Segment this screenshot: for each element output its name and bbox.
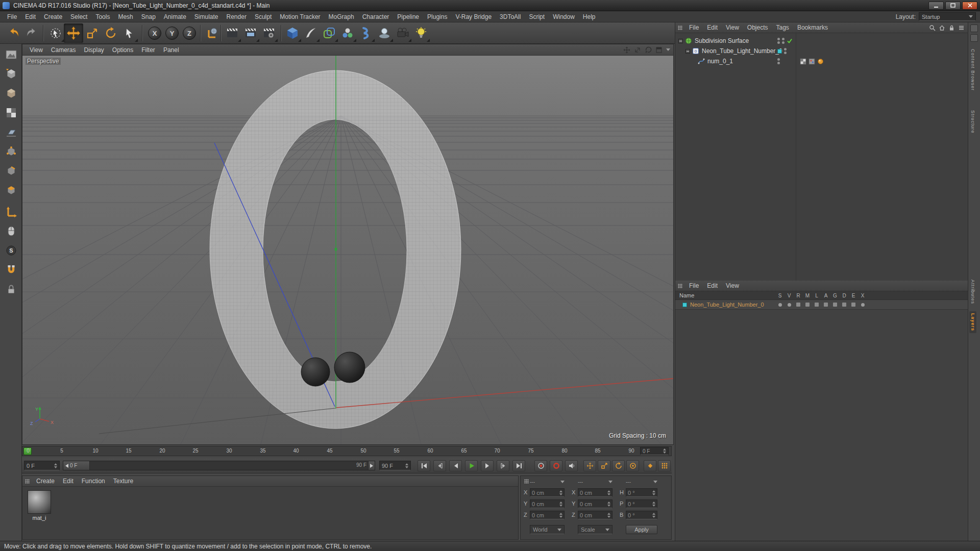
texture-tag-icon[interactable]	[808, 58, 815, 65]
menu-edit[interactable]: Edit	[21, 11, 40, 22]
add-cube-button[interactable]	[283, 23, 302, 43]
model-mode-button[interactable]	[2, 85, 20, 102]
column-header-a[interactable]: A	[821, 291, 830, 300]
lm-menu-file[interactable]: File	[685, 282, 703, 289]
layer-row[interactable]: Neon_Tube_Light_Number_0	[675, 300, 968, 310]
tab-layers[interactable]: Layers	[969, 311, 976, 333]
layer-name[interactable]: Neon_Tube_Light_Number_0	[690, 302, 764, 308]
minimize-button[interactable]	[928, 2, 944, 10]
points-mode-button[interactable]	[2, 143, 20, 160]
panel-dock-icon[interactable]	[970, 24, 978, 32]
tree-row-neon-tube[interactable]: 0 Neon_Tube_Light_Number_0	[675, 46, 968, 56]
previous-frame-button[interactable]	[449, 460, 462, 471]
rotation-p-field[interactable]: 0 °	[626, 499, 657, 508]
panel-dock-icon[interactable]	[970, 34, 978, 42]
materials-menu-texture[interactable]: Texture	[109, 478, 137, 485]
pan-view-icon[interactable]	[623, 46, 630, 54]
om-menu-edit[interactable]: Edit	[703, 24, 722, 31]
record-keyframe-button[interactable]	[534, 460, 547, 471]
range-start-handle[interactable]: 0 F	[63, 461, 90, 470]
panel-grip-icon[interactable]	[25, 479, 30, 484]
tab-content-browser[interactable]: Content Browser	[969, 47, 976, 93]
expander-icon[interactable]	[685, 49, 690, 54]
render-region-button[interactable]	[2, 46, 20, 63]
spinner-arrows[interactable]	[52, 463, 57, 468]
visibility-toggle[interactable]	[784, 48, 787, 54]
keyframe-position-toggle[interactable]	[583, 460, 596, 471]
column-header-m[interactable]: M	[803, 291, 812, 300]
rotate-tool-button[interactable]	[101, 23, 120, 43]
viewport-menu-options[interactable]: Options	[108, 46, 137, 54]
visibility-toggle[interactable]	[777, 38, 780, 44]
home-icon[interactable]	[939, 24, 945, 31]
viewport-menu-panel[interactable]: Panel	[159, 46, 183, 54]
menu-select[interactable]: Select	[66, 11, 91, 22]
add-deformer-button[interactable]	[356, 23, 376, 43]
spinner-arrows[interactable]	[557, 502, 562, 507]
position-y-field[interactable]: 0 cm	[530, 499, 565, 508]
zoom-view-icon[interactable]	[634, 46, 641, 54]
lm-menu-view[interactable]: View	[722, 282, 743, 289]
view-toggle[interactable]	[785, 303, 794, 307]
tube-endcap-right[interactable]	[334, 352, 365, 383]
lock-toggle[interactable]	[812, 303, 821, 307]
spinner-arrows[interactable]	[650, 513, 655, 518]
size-y-field[interactable]: 0 cm	[578, 499, 612, 508]
make-editable-button[interactable]	[2, 65, 20, 83]
menu-window[interactable]: Window	[549, 11, 579, 22]
om-menu-objects[interactable]: Objects	[743, 24, 772, 31]
menu-tools[interactable]: Tools	[91, 11, 114, 22]
render-visibility-toggle[interactable]	[782, 38, 785, 44]
playback-options-button[interactable]	[658, 460, 671, 471]
add-mograph-button[interactable]	[338, 23, 357, 43]
add-subdivision-surface-button[interactable]	[320, 23, 339, 43]
spinner-arrows[interactable]	[605, 513, 610, 518]
add-light-button[interactable]	[411, 23, 431, 43]
column-header-r[interactable]: R	[794, 291, 803, 300]
size-z-field[interactable]: 0 cm	[578, 511, 612, 519]
uvw-tag-icon[interactable]	[800, 58, 806, 65]
menu-3dtoall[interactable]: 3DToAll	[496, 11, 525, 22]
tree-row-num-spline[interactable]: num_0_1	[675, 56, 968, 66]
range-end-handle[interactable]	[368, 461, 375, 470]
om-menu-bookmarks[interactable]: Bookmarks	[793, 24, 832, 31]
transform-space-dropdown[interactable]: World	[530, 525, 565, 534]
object-name[interactable]: Subdivision Surface	[695, 37, 749, 44]
column-header-s[interactable]: S	[775, 291, 785, 300]
tube-endcap-left[interactable]	[301, 358, 330, 386]
add-spline-button[interactable]	[301, 23, 321, 43]
transform-mode-dropdown[interactable]: Scale	[578, 525, 612, 534]
menu-script[interactable]: Script	[525, 11, 549, 22]
panel-grip-icon[interactable]	[678, 26, 682, 30]
viewport-menu-view[interactable]: View	[26, 46, 47, 54]
material-thumbnail[interactable]	[28, 490, 51, 514]
rotation-b-field[interactable]: 0 °	[626, 511, 657, 519]
viewport-menu-cameras[interactable]: Cameras	[47, 46, 80, 54]
solo-toggle[interactable]	[775, 303, 785, 307]
render-to-picture-viewer-button[interactable]	[241, 23, 260, 43]
phong-tag-icon[interactable]	[817, 58, 824, 65]
menu-snap[interactable]: Snap	[137, 11, 160, 22]
menu-vray-bridge[interactable]: V-Ray Bridge	[451, 11, 496, 22]
add-camera-button[interactable]	[393, 23, 412, 43]
tree-row-subdivision-surface[interactable]: Subdivision Surface	[675, 36, 968, 46]
layer-color-chip[interactable]	[777, 49, 782, 54]
layer-color-chip[interactable]	[682, 303, 687, 307]
next-frame-button[interactable]	[481, 460, 494, 471]
tab-structure[interactable]: Structure	[969, 108, 976, 136]
menu-motion-tracker[interactable]: Motion Tracker	[276, 11, 324, 22]
column-header-e[interactable]: E	[849, 291, 858, 300]
menu-render[interactable]: Render	[223, 11, 251, 22]
rotate-view-icon[interactable]	[645, 46, 652, 54]
polygons-mode-button[interactable]	[2, 182, 20, 199]
lock-x-axis-button[interactable]: X	[145, 23, 164, 43]
current-frame-field[interactable]: 0 F	[24, 461, 60, 470]
last-used-tool-button[interactable]	[119, 23, 139, 43]
spinner-arrows[interactable]	[605, 502, 610, 507]
enabled-check-icon[interactable]	[787, 38, 793, 44]
maximize-button[interactable]	[945, 2, 961, 10]
render-settings-button[interactable]	[259, 23, 279, 43]
coordinate-system-button[interactable]	[202, 23, 222, 43]
generators-toggle[interactable]	[830, 303, 840, 307]
xref-toggle[interactable]	[858, 303, 867, 307]
